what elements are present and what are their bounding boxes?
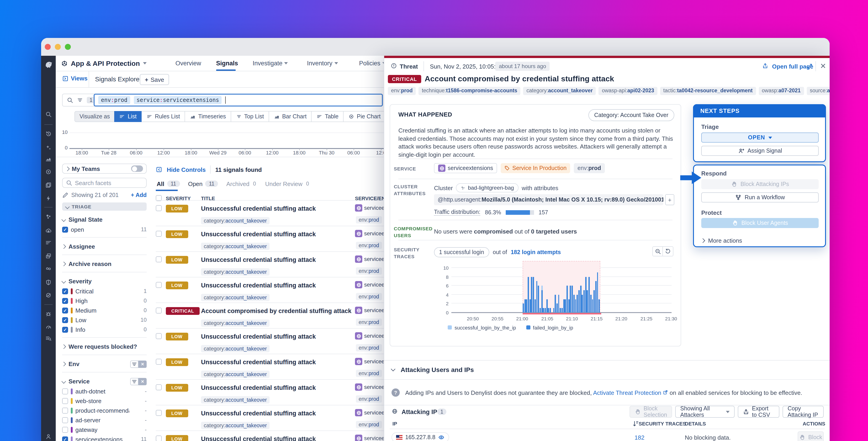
attackers-filter-select[interactable]: Showing All Attackers [675, 406, 735, 418]
facet-section-assignee[interactable]: Assignee [62, 243, 147, 250]
facet-item[interactable]: ✓Info0 [62, 326, 147, 333]
signal-title[interactable]: Unsuccessful credential stuffing attack [201, 205, 316, 212]
row-checkbox[interactable] [156, 333, 162, 339]
signal-row[interactable]: LOW Unsuccessful credential stuffing att… [156, 328, 384, 354]
facet-section-were-requests-blocked-[interactable]: Were requests blocked? [62, 343, 147, 350]
signal-title[interactable]: Unsuccessful credential stuffing attack [201, 231, 316, 238]
sidenav-log-filter-icon[interactable] [41, 237, 56, 248]
category-tag[interactable]: category:account_takeover [201, 371, 270, 378]
hide-controls-button[interactable]: Hide Controls [167, 166, 206, 173]
sidenav-apm-target-icon[interactable] [41, 166, 56, 177]
run-workflow-button[interactable]: Run a Workflow [701, 193, 819, 202]
facet-clear-button[interactable]: ✕ [138, 360, 147, 368]
facet-section-service[interactable]: Service✕ [62, 378, 147, 385]
query-token[interactable]: service:serviceextensions [134, 96, 222, 104]
facet-checkbox[interactable]: ✓ [62, 227, 68, 232]
signal-title[interactable]: Account compromised by credential stuffi… [201, 307, 351, 315]
signal-row[interactable]: LOW Unsuccessful credential stuffing att… [156, 379, 384, 405]
row-checkbox[interactable] [156, 436, 162, 441]
facet-item[interactable]: ✓serviceextensions11 [62, 436, 147, 441]
service-cell[interactable]: serviceex [355, 409, 384, 416]
sidenav-synthetics-windows-icon[interactable] [41, 251, 56, 261]
filter-icon[interactable] [77, 97, 83, 103]
tab-overview[interactable]: Overview [176, 56, 201, 71]
tab-inventory[interactable]: Inventory [307, 56, 338, 71]
visualize-bar-chart[interactable]: Bar Chart [269, 111, 312, 122]
service-cell[interactable]: serviceex [355, 204, 384, 212]
views-button[interactable]: Views [62, 75, 88, 82]
visualize-rules-list[interactable]: Rules List [142, 111, 185, 122]
facet-checkbox[interactable] [62, 427, 68, 433]
block-attacking-ips-button[interactable]: Block Attacking IPs [701, 179, 819, 189]
query-token[interactable]: env:prod [98, 96, 130, 104]
category-tag[interactable]: category:account_takeover [201, 217, 270, 225]
sidenav-error-bug-icon[interactable] [41, 308, 56, 319]
facet-item[interactable]: ✓open11 [62, 226, 147, 233]
close-window-button[interactable] [45, 44, 51, 50]
sort-desc-icon[interactable] [632, 420, 639, 427]
row-checkbox[interactable] [156, 282, 162, 288]
signal-title[interactable]: Unsuccessful credential stuffing attack [201, 359, 316, 365]
facet-section-archive-reason[interactable]: Archive reason [62, 261, 147, 267]
signals-tab-archived[interactable]: Archived0 [226, 180, 257, 187]
sidenav-layers-icon[interactable] [41, 180, 56, 190]
sidenav-lightning-icon[interactable] [41, 193, 56, 204]
signal-title[interactable]: Unsuccessful credential stuffing attack [201, 436, 316, 441]
tab-investigate[interactable]: Investigate [253, 56, 288, 71]
minimize-window-button[interactable] [55, 44, 61, 50]
row-checkbox[interactable] [156, 231, 162, 237]
sidenav-audit-search-icon[interactable] [41, 333, 56, 344]
visualize-pie-chart[interactable]: Pie Chart [344, 111, 385, 122]
signal-title[interactable]: Unsuccessful credential stuffing attack [201, 256, 316, 263]
signals-tab-all[interactable]: All11 [157, 180, 180, 187]
reset-zoom-icon[interactable] [663, 246, 673, 256]
facet-item[interactable]: product-recommendation- [62, 407, 147, 414]
facet-item[interactable]: auth-dotnet- [62, 388, 147, 394]
product-switcher[interactable]: App & API Protection [61, 56, 147, 71]
signal-row[interactable]: LOW Unsuccessful credential stuffing att… [156, 405, 384, 431]
row-checkbox[interactable] [156, 256, 162, 262]
facet-checkbox[interactable] [62, 398, 68, 404]
search-input[interactable]: env:prodservice:serviceextensions [94, 94, 383, 107]
facet-item[interactable]: gateway- [62, 427, 147, 433]
th-security-traces[interactable]: SECURITY TRACES [639, 421, 686, 427]
signal-title[interactable]: Unsuccessful credential stuffing attack [201, 410, 316, 417]
tab-policies[interactable]: Policies [359, 56, 386, 71]
security-traces-chart[interactable]: 024681020:5020:5521:0021:0521:1021:1521:… [452, 262, 672, 313]
visualize-list[interactable]: List [115, 111, 142, 122]
share-icon[interactable] [762, 63, 768, 69]
signal-row[interactable]: LOW Unsuccessful credential stuffing att… [156, 354, 384, 379]
service-cell[interactable]: serviceex [355, 332, 384, 340]
detail-tag[interactable]: owasp-api:api02-2023 [599, 87, 657, 95]
close-panel-icon[interactable]: ✕ [820, 62, 826, 70]
sidenav-cloud-siem-icon[interactable] [41, 290, 56, 301]
facet-clear-button[interactable]: ✕ [138, 378, 147, 385]
facet-filter-button[interactable] [130, 360, 138, 368]
facet-checkbox[interactable] [62, 407, 68, 413]
row-checkbox[interactable] [156, 384, 162, 390]
facet-filter-button[interactable] [130, 378, 138, 385]
signal-title[interactable]: Unsuccessful credential stuffing attack [201, 333, 316, 340]
block-user-agents-button[interactable]: Block User Agents [701, 218, 819, 228]
sidenav-profiling-gauge-icon[interactable] [41, 322, 56, 333]
visualize-top-list[interactable]: Top List [231, 111, 269, 122]
more-actions-toggle[interactable]: More actions [701, 237, 742, 244]
signals-tab-open[interactable]: Open11 [188, 180, 218, 187]
expand-attributes-button[interactable]: + [665, 194, 674, 205]
export-csv-button[interactable]: Export to CSV [738, 406, 779, 418]
signal-row[interactable]: LOW Unsuccessful credential stuffing att… [156, 277, 384, 302]
facet-item[interactable]: ✓High0 [62, 297, 147, 304]
cluster-chip[interactable]: bad-lightgreen-bag [456, 183, 519, 193]
legend-successful[interactable]: successful_login_by_the_ip [448, 325, 516, 330]
row-checkbox[interactable] [156, 307, 162, 314]
facet-section-signal-state[interactable]: Signal State [62, 216, 147, 223]
category-tag[interactable]: category:account_takeover [201, 319, 270, 327]
login-attempts-link[interactable]: 182 login attempts [511, 249, 561, 256]
ip-cell[interactable]: 165.227.8.8 [392, 432, 449, 441]
facet-checkbox[interactable]: ✓ [62, 307, 68, 313]
signals-tab-under-review[interactable]: Under Review0 [265, 180, 310, 187]
facet-checkbox[interactable]: ✓ [62, 288, 68, 294]
sidenav-history-icon[interactable] [41, 128, 56, 139]
service-cell[interactable]: serviceex [355, 256, 384, 263]
search-facets-input[interactable]: Search facets [62, 178, 147, 188]
